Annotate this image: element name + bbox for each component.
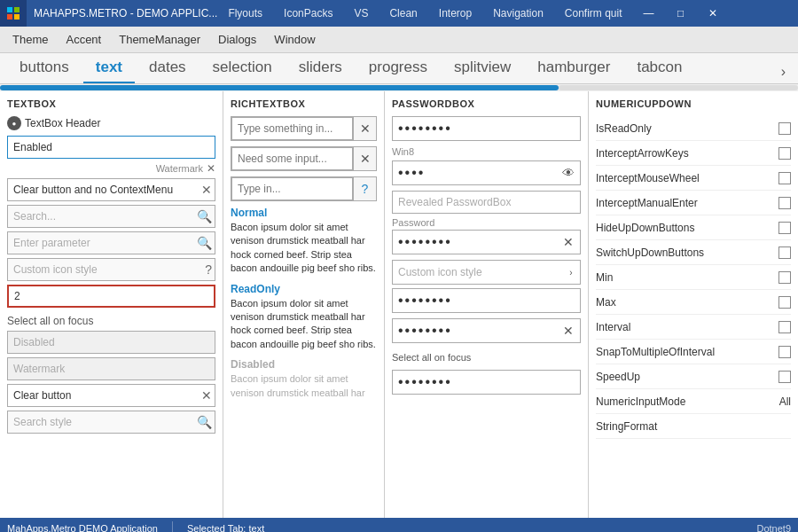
num-checkbox-hideupdown[interactable]: [778, 222, 791, 234]
enter-param-row: Enter parameter 🔍: [7, 231, 215, 254]
rtb-disabled-title: Disabled: [231, 358, 377, 371]
num-checkbox-interval[interactable]: [778, 321, 791, 333]
textbox-header: TEXTBOX: [7, 98, 215, 109]
numericupdown-column: NUMERICUPDOWN IsReadOnly InterceptArrowK…: [589, 91, 798, 518]
tab-hamburger[interactable]: hamburger: [525, 53, 622, 83]
clear-btn-input[interactable]: Clear button: [7, 384, 215, 407]
rtb-input-2: ✕: [231, 146, 377, 171]
num-checkbox-isreadonly[interactable]: [778, 122, 791, 135]
tab-tabcon[interactable]: tabcon: [624, 53, 694, 83]
clear-no-ctx-input[interactable]: Clear button and no ContextMenu: [7, 178, 215, 201]
tab-buttons[interactable]: buttons: [7, 53, 82, 83]
search-input[interactable]: Search...: [7, 205, 215, 228]
nav-flyouts[interactable]: Flyouts: [217, 0, 273, 27]
num-label-interceptarrow: InterceptArrowKeys: [596, 147, 775, 160]
clear-btn-icon[interactable]: ✕: [201, 388, 212, 403]
rtb-input-field-3[interactable]: [231, 177, 353, 200]
disabled-row: Disabled: [7, 331, 215, 354]
num-checkbox-max[interactable]: [778, 296, 791, 309]
num-row-snaptomultiple: SnapToMultipleOfInterval: [596, 340, 791, 364]
num-checkbox-interceptmouse[interactable]: [778, 172, 791, 184]
nav-iconpacks[interactable]: IconPacks: [273, 0, 343, 27]
nav-navigation[interactable]: Navigation: [482, 0, 554, 27]
num-label-hideupdown: HideUpDownButtons: [596, 222, 775, 234]
menu-dialogs[interactable]: Dialogs: [209, 29, 265, 50]
custom-icon-input[interactable]: Custom icon style: [7, 258, 215, 281]
search-icon[interactable]: 🔍: [197, 209, 212, 223]
rtb-input-field-2[interactable]: [231, 147, 353, 170]
custom-icon-pwd-input[interactable]: Custom icon style: [393, 261, 562, 284]
tab-text[interactable]: text: [83, 53, 135, 83]
num-row-isreadonly: IsReadOnly: [596, 116, 791, 141]
rtb-normal-text: Bacon ipsum dolor sit amet venison drums…: [231, 221, 377, 276]
tab-scroll-right[interactable]: ›: [776, 60, 791, 83]
pwd-clear-5[interactable]: ✕: [557, 319, 580, 342]
tab-selection[interactable]: selection: [200, 53, 285, 83]
watermark-lower-row: Watermark: [7, 357, 215, 380]
pwd-dots-4[interactable]: ••••••••: [393, 289, 580, 312]
tab-sliders[interactable]: sliders: [286, 53, 355, 83]
watermark-label: Watermark: [156, 163, 203, 174]
nav-vs[interactable]: VS: [343, 0, 379, 27]
enabled-input[interactable]: Enabled: [7, 136, 215, 159]
pwd-dots-1[interactable]: ••••••••: [393, 117, 580, 140]
watermark-lower-input[interactable]: Watermark: [7, 357, 215, 380]
richtextbox-column: RICHTEXTBOX ✕ ✕ ? Normal Bacon ipsum dol…: [223, 91, 385, 518]
pwd-select-all: Select all on focus: [392, 348, 581, 366]
rtb-help-3[interactable]: ?: [353, 177, 376, 200]
num-checkbox-min[interactable]: [778, 271, 791, 284]
menu-bar: Theme Accent ThemeManager Dialogs Window: [0, 27, 798, 53]
rtb-readonly-text: Bacon ipsum dolor sit amet venison drums…: [231, 297, 377, 352]
tab-dates[interactable]: dates: [137, 53, 199, 83]
clear-icon[interactable]: ✕: [207, 162, 215, 175]
tab-progress[interactable]: progress: [356, 53, 440, 83]
nav-clean[interactable]: Clean: [379, 0, 427, 27]
menu-accent[interactable]: Accent: [57, 29, 110, 50]
search-icon-2[interactable]: 🔍: [197, 236, 212, 250]
rtb-clear-2[interactable]: ✕: [353, 147, 376, 170]
rtb-input-field-1[interactable]: [231, 117, 353, 140]
num-checkbox-snaptomultiple[interactable]: [778, 346, 791, 358]
title-bar: MAHAPPS.METRO - DEMO APPLIC... Flyouts I…: [0, 0, 798, 27]
close-button[interactable]: ✕: [697, 0, 729, 27]
pwd-dots-2[interactable]: ••••: [393, 161, 557, 184]
nav-interop[interactable]: Interop: [428, 0, 482, 27]
red-input[interactable]: 2: [7, 285, 215, 308]
num-checkbox-interceptmanual[interactable]: [778, 197, 791, 209]
menu-theme[interactable]: Theme: [4, 29, 57, 50]
nav-confirm-quit[interactable]: Confirm quit: [554, 0, 633, 27]
enter-param-input[interactable]: Enter parameter: [7, 231, 215, 254]
rtb-clear-1[interactable]: ✕: [353, 117, 376, 140]
menu-thememanager[interactable]: ThemeManager: [110, 29, 209, 50]
rtb-disabled-text: Bacon ipsum dolor sit amet venison drums…: [231, 372, 377, 400]
pwd-chevron-icon[interactable]: ›: [562, 261, 580, 284]
num-row-max: Max: [596, 290, 791, 315]
reveal-icon[interactable]: 👁: [557, 161, 580, 184]
app-icon: [0, 0, 27, 27]
search-row: Search... 🔍: [7, 205, 215, 228]
question-icon[interactable]: ?: [205, 262, 212, 277]
num-row-interceptarrow: InterceptArrowKeys: [596, 141, 791, 166]
pwd-clear-3[interactable]: ✕: [557, 231, 580, 254]
pwd-dots-5[interactable]: ••••••••: [393, 319, 557, 342]
minimize-button[interactable]: —: [633, 0, 665, 27]
menu-window[interactable]: Window: [265, 29, 324, 50]
password-section-label: Password: [392, 217, 581, 228]
maximize-button[interactable]: □: [665, 0, 697, 27]
pwd-dots-3[interactable]: ••••••••: [393, 231, 557, 254]
search-style-input[interactable]: Search style: [7, 411, 215, 434]
num-checkbox-speedup[interactable]: [778, 371, 791, 383]
search-style-icon[interactable]: 🔍: [197, 415, 212, 429]
num-row-interval: Interval: [596, 315, 791, 340]
passwordbox-column: PASSWORDBOX •••••••• Win8 •••• 👁 Reveale…: [385, 91, 589, 518]
num-checkbox-interceptarrow[interactable]: [778, 147, 791, 160]
watermark-row: Watermark ✕: [7, 162, 215, 175]
clear-no-ctx-icon[interactable]: ✕: [201, 183, 212, 197]
pwd-row-1: ••••••••: [392, 116, 581, 141]
rtb-readonly-title: ReadOnly: [231, 283, 377, 295]
disabled-input: Disabled: [7, 331, 215, 354]
pwd-dots-6[interactable]: ••••••••: [393, 371, 580, 394]
num-label-snaptomultiple: SnapToMultipleOfInterval: [596, 346, 775, 358]
num-checkbox-switchupdown[interactable]: [778, 246, 791, 259]
tab-splitview[interactable]: splitview: [442, 53, 523, 83]
